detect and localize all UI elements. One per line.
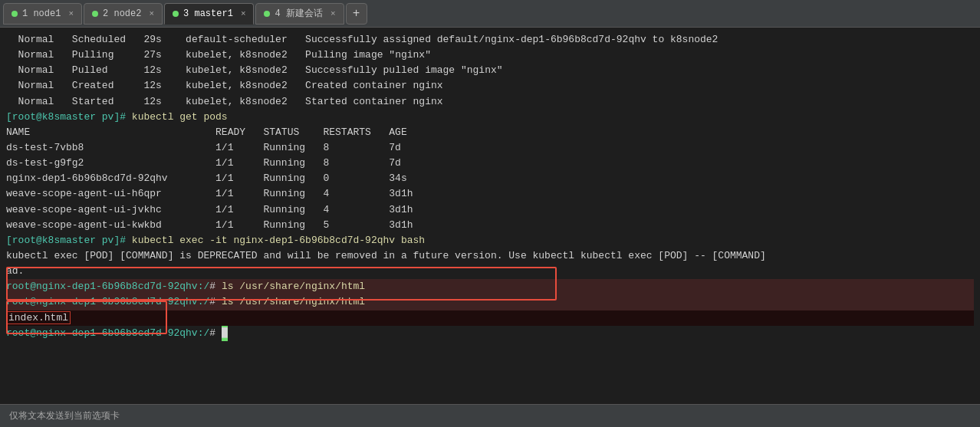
terminal-content: Normal Scheduled 29s default-scheduler S… xyxy=(6,32,974,341)
line-4: Normal Created 12s kubelet, k8snode2 Cre… xyxy=(6,80,443,91)
tab-dot-node1 xyxy=(12,11,18,17)
line-pod2: ds-test-g9fg2 1/1 Running 8 7d xyxy=(6,157,401,169)
line-nginx-cmd2: root@nginx-dep1-6b96b8cd7d-92qhv:/# ls /… xyxy=(6,294,974,310)
tab-node1[interactable]: 1 node1 × xyxy=(3,3,82,25)
line-ad: ad. xyxy=(6,265,24,277)
tab-node2[interactable]: 2 node2 × xyxy=(84,3,163,25)
tab-add-button[interactable]: + xyxy=(346,3,367,25)
tab-close-node2[interactable]: × xyxy=(149,9,154,18)
line-pod3: nginx-dep1-6b96b8cd7d-92qhv 1/1 Running … xyxy=(6,172,407,184)
line-prompt1: [root@k8smaster pv]# kubectl get pods xyxy=(6,111,228,123)
line-pod1: ds-test-7vbb8 1/1 Running 8 7d xyxy=(6,142,401,153)
terminal[interactable]: Normal Scheduled 29s default-scheduler S… xyxy=(0,28,980,404)
tab-close-master1[interactable]: × xyxy=(241,9,246,18)
line-nginx-cmd1: root@nginx-dep1-6b96b8cd7d-92qhv:/# ls /… xyxy=(6,279,974,294)
tab-label-new-session: 4 新建会话 xyxy=(275,7,322,20)
line-5: Normal Started 12s kubelet, k8snode2 Sta… xyxy=(6,96,443,107)
tab-dot-master1 xyxy=(173,11,179,17)
line-3: Normal Pulled 12s kubelet, k8snode2 Succ… xyxy=(6,64,503,76)
line-final-prompt: root@nginx-dep1-6b96b8cd7d-92qhv:/# █ xyxy=(6,327,228,339)
status-text: 仅将文本发送到当前选项卡 xyxy=(9,409,120,422)
tab-label-master1: 3 master1 xyxy=(183,8,233,19)
tab-close-new-session[interactable]: × xyxy=(331,9,336,18)
line-header: NAME READY STATUS RESTARTS AGE xyxy=(6,126,407,138)
tab-dot-new-session xyxy=(264,11,270,17)
line-index: index.html xyxy=(6,310,974,326)
tab-master1[interactable]: 3 master1 × xyxy=(164,3,254,25)
line-pod5: weave-scope-agent-ui-jvkhc 1/1 Running 4… xyxy=(6,204,413,215)
line-deprecated: kubectl exec [POD] [COMMAND] is DEPRECAT… xyxy=(6,250,766,261)
tab-new-session[interactable]: 4 新建会话 × xyxy=(255,3,344,25)
tab-label-node1: 1 node1 xyxy=(22,8,61,19)
line-pod4: weave-scope-agent-ui-h6qpr 1/1 Running 4… xyxy=(6,188,413,199)
tab-dot-node2 xyxy=(92,11,98,17)
line-1: Normal Scheduled 29s default-scheduler S… xyxy=(6,34,718,45)
line-pod6: weave-scope-agent-ui-kwkbd 1/1 Running 5… xyxy=(6,219,413,231)
tab-bar: 1 node1 × 2 node2 × 3 master1 × 4 新建会话 ×… xyxy=(0,0,980,28)
line-prompt2: [root@k8smaster pv]# kubectl exec -it ng… xyxy=(6,235,425,246)
tab-close-node1[interactable]: × xyxy=(68,9,74,18)
tab-label-node2: 2 node2 xyxy=(103,8,141,19)
status-bar: 仅将文本发送到当前选项卡 xyxy=(0,404,980,427)
line-2: Normal Pulling 27s kubelet, k8snode2 Pul… xyxy=(6,49,431,61)
